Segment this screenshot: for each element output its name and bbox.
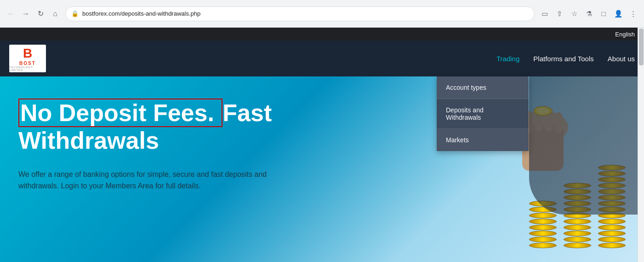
- browser-actions: ▭ ⇧ ☆ ⚗ □ 👤 ⋮: [538, 7, 639, 20]
- hero-title: No Deposit Fees. Fast Withdrawals: [18, 99, 331, 155]
- nav-buttons: ← → ↻ ⌂: [5, 7, 62, 20]
- website-content: B BOST TECHNOLOGY LIMITED Trading Platfo…: [0, 41, 644, 262]
- profile-button[interactable]: 👤: [612, 7, 625, 20]
- language-bar: English: [0, 28, 644, 41]
- dropdown-markets[interactable]: Markets: [437, 129, 529, 151]
- lock-icon: 🔒: [71, 10, 79, 17]
- scrollbar[interactable]: [638, 28, 644, 262]
- nav-about[interactable]: About us: [608, 55, 635, 63]
- forward-button[interactable]: →: [19, 7, 32, 20]
- dropdown-deposits-withdrawals[interactable]: Deposits and Withdrawals: [437, 99, 529, 129]
- hero-content: No Deposit Fees. Fast Withdrawals We off…: [18, 99, 331, 192]
- hero-title-highlighted: No Deposit Fees.: [18, 99, 222, 127]
- logo-name: BOST: [19, 61, 36, 66]
- scrollbar-thumb[interactable]: [639, 29, 644, 65]
- logo[interactable]: B BOST TECHNOLOGY LIMITED: [9, 45, 46, 72]
- window-button[interactable]: □: [597, 7, 610, 20]
- navbar: B BOST TECHNOLOGY LIMITED Trading Platfo…: [0, 41, 644, 76]
- logo-letter: B: [23, 46, 32, 61]
- url-text: bostforex.com/deposits-and-withdrawals.p…: [82, 10, 529, 17]
- nav-items: Trading Platforms and Tools About us: [496, 55, 635, 63]
- home-button[interactable]: ⌂: [49, 7, 62, 20]
- dropdown-account-types[interactable]: Account types: [437, 76, 529, 99]
- language-label[interactable]: English: [615, 31, 635, 38]
- suit-bg: [529, 76, 644, 215]
- menu-button[interactable]: ⋮: [627, 7, 639, 20]
- share-button[interactable]: ⇧: [553, 7, 566, 20]
- browser-chrome: ← → ↻ ⌂ 🔒 bostforex.com/deposits-and-wit…: [0, 0, 644, 28]
- hero-subtitle: We offer a range of banking options for …: [18, 169, 285, 192]
- screen-cast-button[interactable]: ▭: [538, 7, 551, 20]
- address-bar[interactable]: 🔒 bostforex.com/deposits-and-withdrawals…: [65, 6, 535, 21]
- nav-platforms[interactable]: Platforms and Tools: [533, 55, 593, 63]
- nav-trading[interactable]: Trading: [496, 55, 519, 63]
- hero-section: No Deposit Fees. Fast Withdrawals We off…: [0, 76, 644, 262]
- back-button[interactable]: ←: [5, 7, 17, 20]
- extensions-button[interactable]: ⚗: [582, 7, 595, 20]
- reload-button[interactable]: ↻: [34, 7, 47, 20]
- bookmark-button[interactable]: ☆: [568, 7, 581, 20]
- trading-dropdown: Account types Deposits and Withdrawals M…: [437, 76, 529, 151]
- logo-sub: TECHNOLOGY LIMITED: [9, 66, 46, 71]
